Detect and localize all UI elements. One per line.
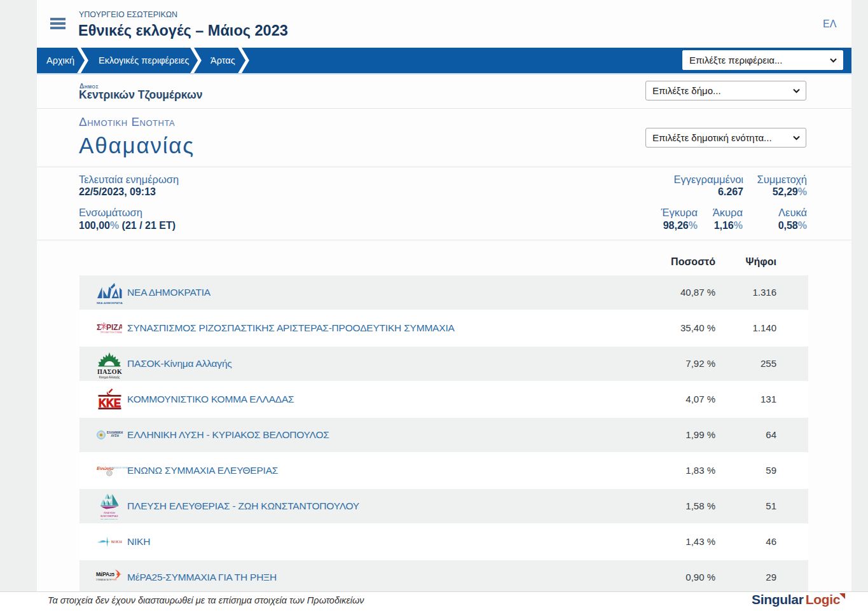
svg-text:ΚΚΕ: ΚΚΕ: [99, 396, 121, 410]
svg-text:Σ: Σ: [97, 323, 101, 332]
svg-text:ΡΙΖΑ: ΡΙΖΑ: [106, 323, 122, 332]
svg-text:ΝΙΚΗ: ΝΙΚΗ: [111, 540, 122, 544]
svg-text:ΠΡΟΟΔΕΥΤΙΚΗ ΣΥΜΜΑΧΙΑ: ΠΡΟΟΔΕΥΤΙΚΗ ΣΥΜΜΑΧΙΑ: [100, 331, 122, 334]
